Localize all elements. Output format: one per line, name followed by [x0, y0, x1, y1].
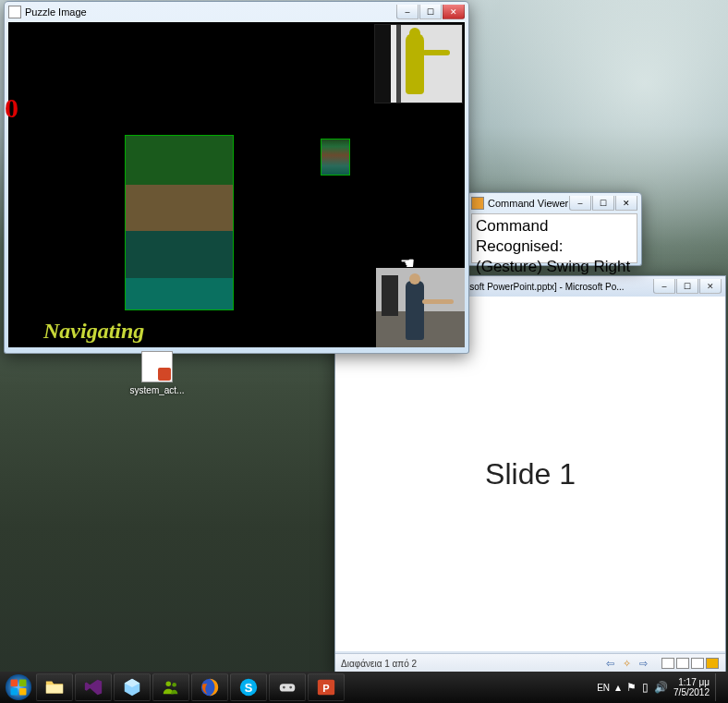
- puzzle-window[interactable]: Puzzle Image – ☐ ✕ 0 ☚ Navigating: [4, 1, 469, 354]
- clock-time: 1:17 μμ: [673, 677, 710, 687]
- prev-slide-icon[interactable]: ⇦: [603, 658, 616, 671]
- silhouette-icon: [398, 28, 439, 100]
- svg-text:S: S: [245, 681, 253, 695]
- tray-up-icon[interactable]: ▴: [615, 681, 621, 694]
- maximize-button[interactable]: ☐: [676, 279, 698, 294]
- puzzle-title: Puzzle Image: [25, 6, 395, 18]
- puzzle-piece[interactable]: [125, 135, 234, 310]
- taskbar-explorer[interactable]: [36, 673, 73, 701]
- people-icon: [161, 677, 181, 697]
- command-viewer-window[interactable]: Command Viewer – ☐ ✕ Command Recognised:…: [467, 192, 642, 266]
- puzzle-titlebar[interactable]: Puzzle Image – ☐ ✕: [5, 2, 468, 22]
- taskbar[interactable]: S P EN ▴ ⚑ ▯ 🔊 1:17 μμ 7/5/2012: [0, 672, 728, 703]
- counter-display: 0: [5, 94, 18, 122]
- powerpoint-icon: P: [316, 677, 336, 697]
- svg-point-6: [172, 683, 176, 687]
- svg-rect-1: [11, 680, 18, 687]
- folder-icon: [44, 677, 65, 697]
- close-button[interactable]: ✕: [443, 5, 465, 19]
- taskbar-firefox[interactable]: [191, 673, 228, 701]
- view-switcher[interactable]: [661, 658, 720, 671]
- minimize-button[interactable]: –: [653, 279, 675, 294]
- depth-preview: [374, 24, 463, 103]
- svg-rect-4: [19, 688, 27, 696]
- puzzle-piece[interactable]: [321, 139, 350, 176]
- command-viewer-titlebar[interactable]: Command Viewer – ☐ ✕: [467, 193, 641, 213]
- network-icon[interactable]: ▯: [642, 681, 649, 694]
- close-button[interactable]: ✕: [615, 196, 637, 211]
- cube-icon: [122, 677, 142, 697]
- svg-point-12: [289, 686, 292, 689]
- visual-studio-icon: [83, 677, 103, 697]
- command-viewer-app-icon: [471, 197, 484, 210]
- volume-icon[interactable]: 🔊: [654, 681, 668, 694]
- clock-date: 7/5/2012: [673, 687, 710, 697]
- slide-text: Slide 1: [485, 457, 576, 491]
- mode-label: Navigating: [43, 319, 144, 344]
- command-viewer-title: Command Viewer: [488, 198, 568, 209]
- puzzle-app-icon: [8, 6, 21, 18]
- next-slide-icon[interactable]: ⇨: [637, 658, 649, 671]
- svg-point-0: [6, 674, 31, 700]
- minimize-button[interactable]: –: [396, 5, 419, 19]
- puzzle-canvas[interactable]: 0 ☚ Navigating: [8, 22, 465, 347]
- svg-rect-10: [280, 684, 296, 691]
- clock[interactable]: 1:17 μμ 7/5/2012: [673, 677, 710, 697]
- svg-rect-2: [19, 680, 27, 687]
- slide-counter: Διαφάνεια 1 από 2: [341, 659, 417, 669]
- maximize-button[interactable]: ☐: [592, 196, 614, 211]
- skype-icon: S: [238, 677, 259, 697]
- close-button[interactable]: ✕: [699, 279, 722, 294]
- svg-point-5: [166, 682, 172, 687]
- taskbar-messenger[interactable]: [152, 673, 189, 701]
- gamepad-icon: [277, 677, 297, 697]
- taskbar-visualstudio[interactable]: [75, 673, 112, 701]
- taskbar-games[interactable]: [269, 673, 306, 701]
- powerpoint-statusbar: Διαφάνεια 1 από 2 ⇦ ✧ ⇨: [335, 653, 725, 673]
- command-line1: Command Recognised:: [476, 216, 633, 257]
- firefox-icon: [200, 677, 220, 697]
- flag-icon[interactable]: ⚑: [626, 681, 637, 694]
- svg-text:P: P: [322, 683, 329, 694]
- svg-rect-3: [11, 688, 18, 696]
- camera-preview: [376, 268, 465, 347]
- start-button[interactable]: [2, 673, 35, 701]
- desktop-icon-system-act[interactable]: system_act...: [129, 351, 185, 395]
- command-viewer-body: Command Recognised: (Gesture) Swing Righ…: [471, 213, 637, 263]
- command-line2: (Gesture) Swing Right: [476, 257, 633, 277]
- up-icon[interactable]: ✧: [620, 658, 633, 671]
- file-icon: [141, 351, 173, 382]
- taskbar-box[interactable]: [114, 673, 151, 701]
- svg-point-11: [283, 686, 285, 689]
- minimize-button[interactable]: –: [569, 196, 591, 211]
- maximize-button[interactable]: ☐: [419, 5, 442, 19]
- system-tray[interactable]: EN ▴ ⚑ ▯ 🔊 1:17 μμ 7/5/2012: [597, 673, 728, 701]
- windows-logo-icon: [5, 673, 32, 701]
- desktop-icon-label: system_act...: [129, 385, 185, 395]
- show-desktop-button[interactable]: [715, 673, 724, 701]
- taskbar-powerpoint[interactable]: P: [308, 673, 345, 701]
- language-indicator[interactable]: EN: [597, 683, 610, 693]
- taskbar-skype[interactable]: S: [230, 673, 267, 701]
